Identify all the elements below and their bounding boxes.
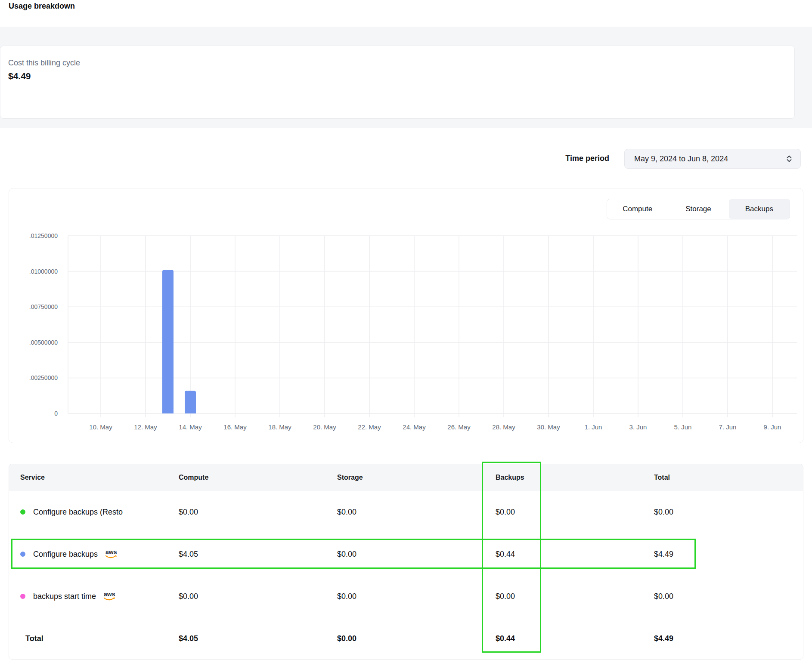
- summary-band: Cost this billing cycle $4.49: [0, 27, 812, 128]
- tab-backups[interactable]: Backups: [729, 199, 790, 219]
- x-axis-tick-label: 12. May: [134, 423, 157, 431]
- x-axis-tick-label: 26. May: [447, 423, 471, 431]
- cell-backups: $0.44: [496, 533, 515, 575]
- service-name: Configure backups: [33, 550, 98, 559]
- tab-compute[interactable]: Compute: [607, 199, 668, 219]
- cell-backups: $0.00: [496, 575, 515, 617]
- page-title: Usage breakdown: [9, 2, 75, 11]
- x-axis-tick-label: 9. Jun: [764, 423, 781, 431]
- table-row-backups-start-time: backups start time aws $0.00 $0.00 $0.00…: [9, 575, 803, 617]
- total-label: Total: [25, 617, 43, 660]
- svg-text:aws: aws: [104, 591, 115, 598]
- usage-bar-chart: .01250000.01000000.00750000.00500000.002…: [9, 188, 803, 443]
- usage-bar[interactable]: [162, 270, 174, 413]
- service-name: Configure backups (Resto: [33, 508, 123, 517]
- y-axis-tick-label: .00250000: [29, 374, 58, 381]
- x-axis-tick-label: 7. Jun: [719, 423, 737, 431]
- series-dot: [20, 594, 25, 599]
- x-axis-tick-label: 22. May: [358, 423, 381, 431]
- col-header-total: Total: [654, 464, 670, 491]
- chart-metric-tabs: Compute Storage Backups: [607, 199, 790, 219]
- total-compute: $4.05: [179, 617, 198, 660]
- col-header-compute: Compute: [179, 464, 208, 491]
- summary-card: Cost this billing cycle $4.49: [0, 46, 795, 119]
- cell-compute: $0.00: [179, 491, 198, 533]
- col-header-backups: Backups: [496, 464, 524, 491]
- usage-bar[interactable]: [185, 391, 196, 413]
- cell-storage: $0.00: [337, 575, 356, 617]
- cell-total: $4.49: [654, 533, 673, 575]
- x-axis-tick-label: 28. May: [492, 423, 515, 431]
- table-row-configure-backups-restored: Configure backups (Resto $0.00 $0.00 $0.…: [9, 491, 803, 533]
- x-axis-tick-label: 20. May: [313, 423, 336, 431]
- cell-storage: $0.00: [337, 491, 356, 533]
- cell-total: $0.00: [654, 575, 673, 617]
- table-header-row: Service Compute Storage Backups Total: [9, 464, 803, 491]
- y-axis-tick-label: 0: [54, 410, 58, 417]
- x-axis-tick-label: 30. May: [537, 423, 560, 431]
- aws-logo-icon: aws: [102, 591, 117, 602]
- time-period-value: May 9, 2024 to Jun 8, 2024: [634, 154, 786, 163]
- time-period-label: Time period: [536, 154, 609, 163]
- y-axis-tick-label: .01250000: [29, 232, 58, 239]
- y-axis-tick-label: .00750000: [29, 303, 58, 310]
- aws-logo-icon: aws: [104, 549, 118, 560]
- cost-cycle-value: $4.49: [8, 71, 31, 81]
- cell-compute: $0.00: [179, 575, 198, 617]
- cost-breakdown-table: Service Compute Storage Backups Total Co…: [9, 464, 803, 660]
- series-dot: [20, 552, 25, 557]
- time-period-select[interactable]: May 9, 2024 to Jun 8, 2024: [624, 149, 801, 169]
- total-storage: $0.00: [337, 617, 356, 660]
- total-total: $4.49: [654, 617, 673, 660]
- total-backups: $0.44: [496, 617, 515, 660]
- usage-chart-card: Compute Storage Backups .01250000.010000…: [9, 188, 803, 443]
- x-axis-tick-label: 14. May: [179, 423, 202, 431]
- x-axis-tick-label: 24. May: [403, 423, 426, 431]
- col-header-storage: Storage: [337, 464, 363, 491]
- x-axis-tick-label: 10. May: [89, 423, 112, 431]
- cell-compute: $4.05: [179, 533, 198, 575]
- table-row-total: Total $4.05 $0.00 $0.44 $4.49: [9, 617, 803, 660]
- cell-storage: $0.00: [337, 533, 356, 575]
- x-axis-tick-label: 3. Jun: [629, 423, 647, 431]
- x-axis-tick-label: 18. May: [268, 423, 291, 431]
- tab-storage[interactable]: Storage: [668, 199, 728, 219]
- col-header-service: Service: [20, 464, 45, 491]
- svg-text:aws: aws: [105, 549, 117, 555]
- series-dot: [20, 509, 25, 515]
- y-axis-tick-label: .00500000: [29, 339, 58, 346]
- cost-cycle-label: Cost this billing cycle: [8, 59, 80, 68]
- table-row-configure-backups: Configure backups aws $4.05 $0.00 $0.44 …: [9, 533, 803, 575]
- service-name: backups start time: [33, 592, 96, 601]
- cell-backups: $0.00: [496, 491, 515, 533]
- y-axis-tick-label: .01000000: [29, 268, 58, 275]
- x-axis-tick-label: 5. Jun: [674, 423, 692, 431]
- chevron-updown-icon: [786, 154, 793, 163]
- cell-total: $0.00: [654, 491, 673, 533]
- x-axis-tick-label: 16. May: [223, 423, 247, 431]
- x-axis-tick-label: 1. Jun: [585, 423, 602, 431]
